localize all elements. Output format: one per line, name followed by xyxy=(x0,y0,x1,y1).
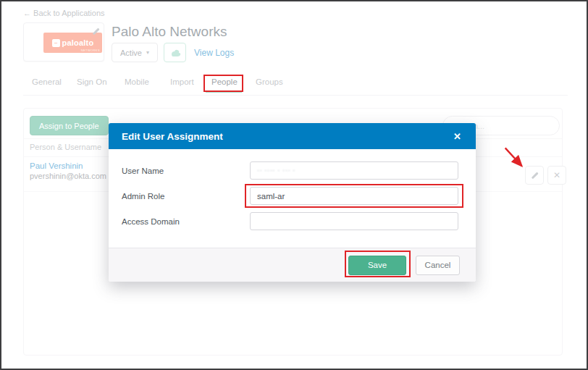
modal-title: Edit User Assignment xyxy=(122,131,223,142)
user-name-input[interactable]: ·· ···· · ··· · xyxy=(250,161,458,180)
modal-body: User Name ·· ···· · ··· · Admin Role sam… xyxy=(109,149,476,248)
access-domain-field-row: Access Domain xyxy=(122,212,458,230)
user-name-label: User Name xyxy=(122,167,250,175)
access-domain-label: Access Domain xyxy=(122,217,250,226)
modal-header: Edit User Assignment ✕ xyxy=(109,123,476,149)
edit-user-assignment-modal: Edit User Assignment ✕ User Name ·· ····… xyxy=(109,123,476,282)
okta-app-screen: ← Back to Applications ~ paloalto NETWOR… xyxy=(0,0,588,370)
save-button[interactable]: Save xyxy=(348,256,406,275)
user-name-field-row: User Name ·· ···· · ··· · xyxy=(122,161,458,180)
admin-role-label: Admin Role xyxy=(122,192,250,201)
access-domain-input[interactable] xyxy=(250,212,458,230)
modal-footer: Save Cancel xyxy=(109,248,476,282)
modal-close-icon[interactable]: ✕ xyxy=(453,131,461,142)
admin-role-field-row: Admin Role saml-ar xyxy=(122,187,458,205)
cancel-button[interactable]: Cancel xyxy=(416,256,460,275)
user-name-value-redacted: ·· ···· · ··· · xyxy=(257,167,295,174)
admin-role-input[interactable]: saml-ar xyxy=(250,187,458,205)
admin-role-value: saml-ar xyxy=(257,192,285,201)
